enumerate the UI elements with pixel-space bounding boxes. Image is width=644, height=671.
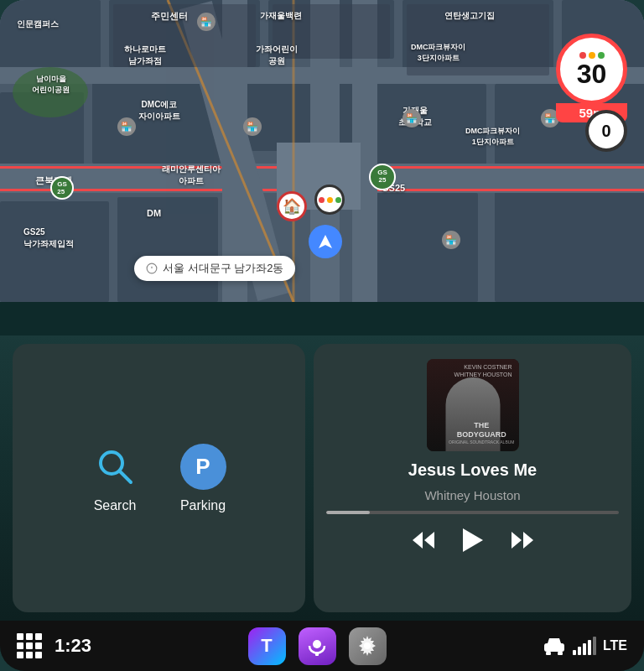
svg-marker-37: [424, 532, 434, 549]
search-icon: [94, 445, 136, 487]
svg-rect-44: [544, 643, 564, 652]
grid-dot-6: [35, 642, 42, 649]
app-icon-podcasts[interactable]: [299, 627, 336, 665]
dot-green: [598, 52, 605, 59]
bar-4: [588, 640, 591, 655]
rewind-button[interactable]: [409, 530, 436, 550]
svg-rect-14: [495, 189, 644, 302]
store-icon-1: 🏪: [197, 13, 216, 31]
bar-5: [593, 637, 596, 655]
bottom-panel: Search P Parking K: [0, 336, 644, 621]
grid-dot-5: [26, 642, 33, 649]
action-items: Search P Parking: [92, 444, 226, 513]
song-artist: Whitney Houston: [326, 488, 619, 502]
location-text: 서울 서대문구 남가좌2동: [163, 261, 283, 276]
speed-dots: [579, 52, 605, 59]
album-title-text: THE BODYGUARD ORIGINAL SOUNDTRACK ALBUM: [449, 421, 514, 445]
search-label: Search: [94, 498, 137, 513]
screen: 인문캠퍼스 주민센터 가재울백련 연탄생고기집 하나로마트남가좌점 가좌어린이공…: [0, 0, 644, 671]
svg-marker-39: [512, 532, 522, 549]
status-left: 1:23: [17, 633, 91, 658]
map-label-namimaeul: 남이마을어린이공원: [32, 74, 70, 95]
map-label-dmceco: DMC에코자이아파트: [138, 99, 180, 122]
map-label-dm: DM: [147, 208, 161, 218]
music-controls: [326, 527, 619, 554]
grid-dot-2: [26, 633, 33, 640]
map-label-coal: 연탄생고기집: [444, 10, 495, 22]
store-icon-3: 🏪: [243, 117, 262, 136]
dot-red: [579, 52, 586, 59]
car-icon: [543, 637, 566, 655]
album-art: KEVIN COSTNER WHITNEY HOUSTON THE BODYGU…: [427, 359, 519, 451]
progress-bar[interactable]: [326, 511, 619, 514]
map-label-dmc3: DMC파크뷰자이3단지아파트: [411, 42, 466, 63]
map-label-gs25-2: GS25낙가좌제입적: [23, 226, 74, 250]
nav-arrow: [309, 225, 342, 258]
svg-marker-36: [413, 532, 423, 549]
settings-icon: [356, 635, 378, 657]
progress-fill: [326, 511, 370, 514]
speed-number: 30: [577, 60, 607, 87]
signal-bars: [573, 637, 596, 655]
lte-text: LTE: [603, 638, 627, 653]
speed-badge: 30 59m 0: [556, 34, 627, 122]
gs25-badge-2: GS25: [369, 164, 396, 190]
map-label-mart: 하나로마트남가좌점: [124, 44, 166, 67]
play-button[interactable]: [461, 527, 485, 554]
store-icon-4: 🏪: [402, 109, 421, 127]
map-label-park: 가좌어린이공원: [256, 44, 298, 67]
speed-circle: 30: [556, 34, 627, 105]
svg-rect-11: [0, 201, 109, 302]
grid-dot-4: [17, 642, 23, 649]
grid-dot-7: [17, 652, 23, 658]
grid-dot-9: [35, 652, 42, 658]
grid-icon[interactable]: [17, 633, 42, 658]
search-action[interactable]: Search: [92, 444, 138, 513]
app-icon-t[interactable]: T: [248, 627, 286, 665]
svg-marker-30: [319, 235, 332, 248]
quick-actions-card: Search P Parking: [13, 344, 305, 612]
map-label-dmc1: DMC파크뷰자이1단지아파트: [465, 126, 521, 147]
parking-action[interactable]: P Parking: [180, 444, 226, 513]
map-background: 인문캠퍼스 주민센터 가재울백련 연탄생고기집 하나로마트남가좌점 가좌어린이공…: [0, 0, 644, 302]
svg-rect-42: [315, 652, 319, 656]
bar-1: [573, 650, 576, 655]
grid-dot-3: [35, 633, 42, 640]
parking-letter: P: [195, 454, 210, 480]
grid-dot-8: [26, 652, 33, 658]
zero-badge: 0: [585, 110, 627, 152]
svg-marker-40: [523, 532, 533, 549]
home-marker: 🏠: [277, 191, 307, 221]
svg-rect-13: [369, 193, 478, 302]
album-text: KEVIN COSTNER WHITNEY HOUSTON: [454, 363, 512, 378]
parking-label: Parking: [180, 498, 226, 513]
fastforward-button[interactable]: [510, 530, 537, 550]
svg-marker-45: [548, 638, 561, 643]
search-icon-container: [92, 444, 138, 490]
store-icon-2: 🏪: [117, 117, 136, 136]
album-line1: KEVIN COSTNER: [454, 363, 512, 371]
status-bar: 1:23 T: [0, 621, 644, 671]
music-card: KEVIN COSTNER WHITNEY HOUSTON THE BODYGU…: [314, 344, 631, 612]
parking-icon: P: [180, 444, 226, 490]
map-area[interactable]: 인문캠퍼스 주민센터 가재울백련 연탄생고기집 하나로마트남가좌점 가좌어린이공…: [0, 0, 644, 302]
location-tooltip: 서울 서대문구 남가좌2동: [134, 256, 295, 281]
album-art-inner: KEVIN COSTNER WHITNEY HOUSTON THE BODYGU…: [427, 359, 519, 451]
svg-rect-12: [117, 197, 218, 302]
map-label-campus: 인문캠퍼스: [17, 18, 59, 30]
gs25-badge-1: GS25: [50, 176, 74, 200]
grid-dot-1: [17, 633, 23, 640]
song-title: Jesus Loves Me: [326, 460, 619, 480]
app-icon-settings[interactable]: [349, 627, 387, 665]
traffic-marker: [314, 185, 345, 215]
map-label-gajaeul: 가재울백련: [260, 10, 302, 22]
bar-3: [583, 643, 586, 655]
status-time: 1:23: [55, 635, 91, 657]
bar-2: [578, 647, 581, 655]
map-label-raemian: 래미안루센티아아파트: [162, 164, 221, 187]
podcasts-icon: [306, 635, 328, 657]
status-right: LTE: [543, 637, 627, 655]
store-icon-6: 🏪: [442, 231, 460, 249]
svg-point-41: [313, 640, 321, 648]
svg-marker-38: [463, 528, 483, 552]
